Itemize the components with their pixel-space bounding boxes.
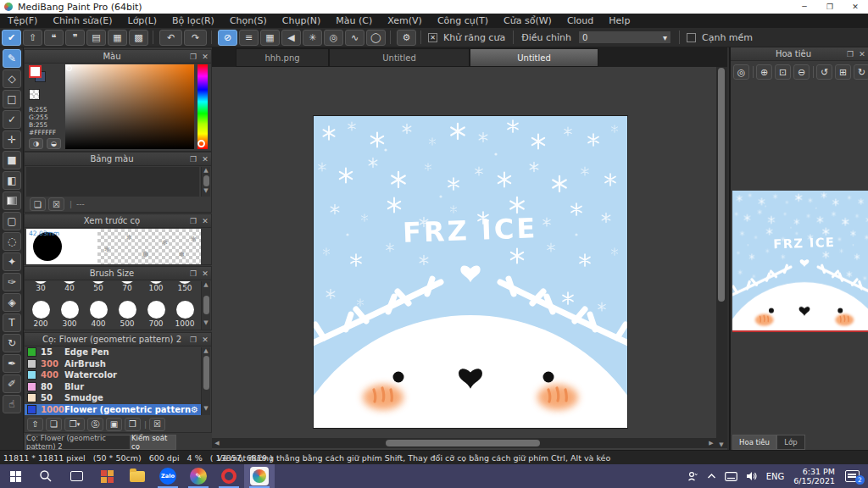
brush-row[interactable]: 50 Smudge xyxy=(25,392,201,404)
magic-wand-tool[interactable]: ✦ xyxy=(3,252,21,271)
menu-filter[interactable]: Bộ lọc(R) xyxy=(164,14,222,28)
grid-edit-button[interactable]: ▩ xyxy=(129,30,148,46)
popout-icon[interactable]: ❐ xyxy=(187,217,199,225)
rotate-ccw-button[interactable]: ↺ xyxy=(816,64,832,80)
palette-trash-button[interactable]: ☒ xyxy=(48,197,64,211)
brush-trash-button[interactable]: ☒ xyxy=(149,418,165,431)
vanish-snap-button[interactable]: ◀ xyxy=(281,30,301,46)
navigator-preview[interactable] xyxy=(732,191,868,332)
transparent-color-swatch[interactable] xyxy=(29,89,40,100)
brush-size-option[interactable]: 150 xyxy=(170,281,199,299)
language-indicator[interactable]: ENG xyxy=(766,472,785,481)
brush-size-option[interactable]: 50 xyxy=(84,281,113,299)
taskbar-paint-app[interactable]: ✎ xyxy=(183,464,214,488)
select-pen-tool[interactable]: ✑ xyxy=(3,273,21,291)
ellipse-snap-button[interactable]: ◯ xyxy=(366,30,386,46)
lasso-tool[interactable]: ◌ xyxy=(3,232,21,251)
popout-icon[interactable]: ❐ xyxy=(187,269,199,278)
task-view-button[interactable] xyxy=(61,464,92,488)
hue-selector[interactable] xyxy=(198,140,205,147)
minimize-button[interactable]: ─ xyxy=(792,0,817,14)
tray-expand-chevron[interactable] xyxy=(707,473,716,480)
softedge-checkbox[interactable] xyxy=(687,33,696,42)
radial-snap-button[interactable]: ◎ xyxy=(324,30,343,46)
file-explorer-button[interactable] xyxy=(122,464,153,488)
palette-swatch-area[interactable] xyxy=(26,167,199,197)
export-button[interactable]: ⇧ xyxy=(23,30,42,46)
taskbar-medibang-active[interactable] xyxy=(244,464,275,488)
text-tool[interactable]: T xyxy=(3,313,21,332)
touch-keyboard-icon[interactable] xyxy=(725,472,737,481)
brush-size-option[interactable]: 30 xyxy=(26,281,55,299)
save-check-button[interactable]: ✔ xyxy=(2,30,21,46)
popout-icon[interactable]: ❐ xyxy=(187,155,199,164)
restore-button[interactable]: ❐ xyxy=(817,0,843,14)
menu-tools[interactable]: Công cụ(T) xyxy=(430,14,496,28)
menu-file[interactable]: Tệp(F) xyxy=(0,14,45,28)
palette-scrollbar[interactable]: ▲▼ xyxy=(201,167,210,197)
brush-size-option[interactable]: 40 xyxy=(55,281,84,299)
canvas-tab-active[interactable]: Untitled xyxy=(470,48,598,67)
bucket-tool[interactable]: ◧ xyxy=(3,171,21,190)
people-tray-icon[interactable] xyxy=(687,471,698,482)
grid-snap-button[interactable]: ▦ xyxy=(260,30,280,46)
curve-snap-button[interactable]: ∿ xyxy=(345,30,364,46)
zoom-in-button[interactable]: ⊕ xyxy=(756,64,772,80)
brush-tool[interactable]: ✎ xyxy=(3,49,21,68)
canvas-tab[interactable]: Untitled xyxy=(329,48,470,67)
brush-size-option[interactable]: 1000 xyxy=(170,299,199,330)
brush-size-option[interactable]: 300 xyxy=(55,299,84,330)
menu-color[interactable]: Màu (C) xyxy=(328,14,380,28)
brush-size-option[interactable]: 100 xyxy=(142,281,170,299)
tab-navigator[interactable]: Hoa tiêu xyxy=(732,435,776,450)
taskbar-app-grid[interactable] xyxy=(92,464,122,488)
menu-window[interactable]: Cửa sổ(W) xyxy=(496,14,559,28)
menu-view[interactable]: Xem(V) xyxy=(380,14,430,28)
popout-icon[interactable]: ❐ xyxy=(844,50,856,58)
polyline-tool[interactable]: ✓ xyxy=(3,110,21,129)
brush-new-button[interactable]: ❏ xyxy=(46,418,62,431)
search-button[interactable] xyxy=(31,464,61,488)
hscroll-thumb[interactable] xyxy=(386,440,540,446)
fill-rect-tool[interactable]: ■ xyxy=(3,151,21,169)
snap-settings-button[interactable]: ⚙ xyxy=(397,30,416,46)
menu-select[interactable]: Chọn(S) xyxy=(222,14,275,28)
undo-button[interactable]: ↶ xyxy=(159,30,182,46)
brush-row[interactable]: 80 Blur xyxy=(25,381,201,393)
sv-selector[interactable] xyxy=(66,65,72,71)
redo-button[interactable]: ↷ xyxy=(184,30,207,46)
brush-settings-gear-icon[interactable]: ⚙ xyxy=(191,405,198,414)
brush-size-option[interactable]: 500 xyxy=(113,299,142,330)
taskbar-opera[interactable] xyxy=(214,464,244,488)
menu-layer[interactable]: Lớp(L) xyxy=(120,14,165,28)
close-icon[interactable]: ✕ xyxy=(856,50,868,58)
taskbar-zalo[interactable]: Zalo xyxy=(153,464,183,488)
eraser-tool[interactable]: ◇ xyxy=(3,69,21,88)
brush-row[interactable]: 300 AirBrush xyxy=(25,358,201,370)
close-button[interactable]: ✕ xyxy=(843,0,868,14)
zoom-reset-button[interactable]: ◎ xyxy=(733,64,749,80)
select-tool[interactable]: ▢ xyxy=(3,212,21,230)
rotate-cw-button[interactable]: ↻ xyxy=(854,64,868,80)
tab-layers[interactable]: Lớp xyxy=(776,435,805,450)
brush-row-selected[interactable]: 1000 Flower (geometric pattern) 2 ⚙ xyxy=(25,404,201,416)
brush-script-button[interactable]: Ⓢ xyxy=(87,418,103,431)
hand-tool[interactable]: ☝ xyxy=(3,395,21,413)
close-icon[interactable]: ✕ xyxy=(199,155,211,164)
action-center-icon[interactable]: 2 xyxy=(845,470,860,482)
start-button[interactable] xyxy=(0,464,31,488)
fit-screen-button[interactable]: ⊡ xyxy=(775,64,791,80)
tab-brush-list[interactable]: Cọ: Flower (geometric pattern) 2 xyxy=(25,435,131,450)
brush-size-option[interactable]: 400 xyxy=(84,299,113,330)
brush-import-button[interactable]: ⇧ xyxy=(27,418,43,431)
brush-size-option[interactable]: 200 xyxy=(26,299,55,330)
brush-folder-button[interactable]: ▣ xyxy=(106,418,122,431)
symmetry-snap-button[interactable]: ✳ xyxy=(303,30,322,46)
shape-tool[interactable]: □ xyxy=(3,90,21,108)
saturation-value-picker[interactable] xyxy=(65,64,194,149)
color-wheel-button[interactable]: ◑ xyxy=(29,138,43,149)
gradient-tool[interactable] xyxy=(3,191,21,210)
vertical-scrollbar[interactable]: ▼ xyxy=(716,67,727,448)
brush-duplicate-button[interactable]: ❒ xyxy=(125,418,141,431)
taskbar-clock[interactable]: 6:31 PM 6/15/2021 xyxy=(793,467,835,485)
